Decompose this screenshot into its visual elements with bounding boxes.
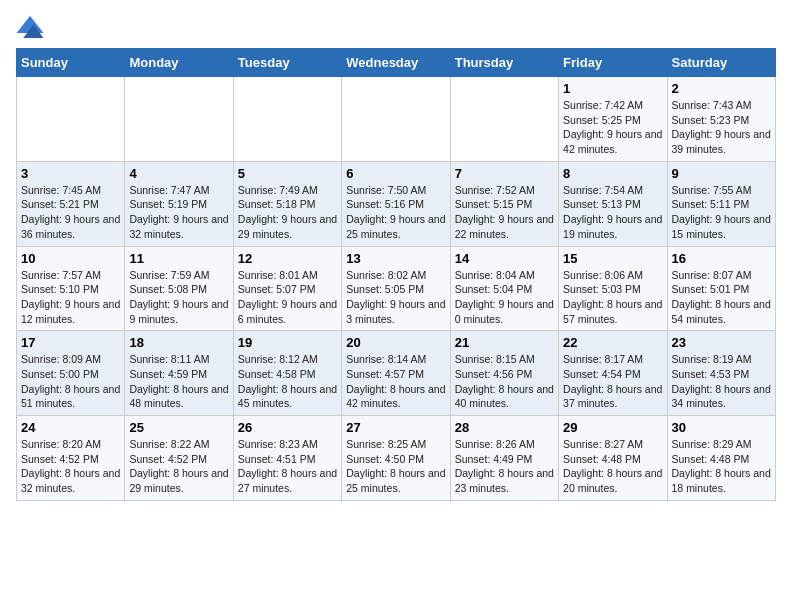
day-number: 19 <box>238 335 337 350</box>
day-number: 28 <box>455 420 554 435</box>
calendar-cell: 26Sunrise: 8:23 AM Sunset: 4:51 PM Dayli… <box>233 416 341 501</box>
day-number: 1 <box>563 81 662 96</box>
day-number: 12 <box>238 251 337 266</box>
day-info: Sunrise: 7:47 AM Sunset: 5:19 PM Dayligh… <box>129 183 228 242</box>
logo-icon <box>16 16 44 38</box>
calendar-cell: 6Sunrise: 7:50 AM Sunset: 5:16 PM Daylig… <box>342 161 450 246</box>
day-number: 23 <box>672 335 771 350</box>
calendar-cell: 30Sunrise: 8:29 AM Sunset: 4:48 PM Dayli… <box>667 416 775 501</box>
day-number: 17 <box>21 335 120 350</box>
day-info: Sunrise: 8:12 AM Sunset: 4:58 PM Dayligh… <box>238 352 337 411</box>
calendar-cell: 24Sunrise: 8:20 AM Sunset: 4:52 PM Dayli… <box>17 416 125 501</box>
day-info: Sunrise: 7:59 AM Sunset: 5:08 PM Dayligh… <box>129 268 228 327</box>
calendar-cell: 23Sunrise: 8:19 AM Sunset: 4:53 PM Dayli… <box>667 331 775 416</box>
calendar-table: SundayMondayTuesdayWednesdayThursdayFrid… <box>16 48 776 501</box>
day-number: 27 <box>346 420 445 435</box>
day-info: Sunrise: 8:02 AM Sunset: 5:05 PM Dayligh… <box>346 268 445 327</box>
calendar-cell: 20Sunrise: 8:14 AM Sunset: 4:57 PM Dayli… <box>342 331 450 416</box>
day-header-sunday: Sunday <box>17 49 125 77</box>
calendar-cell <box>125 77 233 162</box>
day-number: 10 <box>21 251 120 266</box>
calendar-cell: 22Sunrise: 8:17 AM Sunset: 4:54 PM Dayli… <box>559 331 667 416</box>
header <box>16 16 776 38</box>
day-number: 24 <box>21 420 120 435</box>
day-header-saturday: Saturday <box>667 49 775 77</box>
calendar-cell: 27Sunrise: 8:25 AM Sunset: 4:50 PM Dayli… <box>342 416 450 501</box>
calendar-cell: 18Sunrise: 8:11 AM Sunset: 4:59 PM Dayli… <box>125 331 233 416</box>
day-info: Sunrise: 8:17 AM Sunset: 4:54 PM Dayligh… <box>563 352 662 411</box>
day-info: Sunrise: 8:29 AM Sunset: 4:48 PM Dayligh… <box>672 437 771 496</box>
day-number: 25 <box>129 420 228 435</box>
day-number: 13 <box>346 251 445 266</box>
day-number: 22 <box>563 335 662 350</box>
day-number: 20 <box>346 335 445 350</box>
day-info: Sunrise: 8:14 AM Sunset: 4:57 PM Dayligh… <box>346 352 445 411</box>
day-info: Sunrise: 8:20 AM Sunset: 4:52 PM Dayligh… <box>21 437 120 496</box>
day-info: Sunrise: 7:43 AM Sunset: 5:23 PM Dayligh… <box>672 98 771 157</box>
calendar-cell: 29Sunrise: 8:27 AM Sunset: 4:48 PM Dayli… <box>559 416 667 501</box>
day-number: 11 <box>129 251 228 266</box>
day-number: 29 <box>563 420 662 435</box>
day-number: 21 <box>455 335 554 350</box>
day-info: Sunrise: 7:55 AM Sunset: 5:11 PM Dayligh… <box>672 183 771 242</box>
calendar-cell <box>17 77 125 162</box>
calendar-cell <box>342 77 450 162</box>
day-info: Sunrise: 8:04 AM Sunset: 5:04 PM Dayligh… <box>455 268 554 327</box>
logo <box>16 16 48 38</box>
day-header-wednesday: Wednesday <box>342 49 450 77</box>
calendar-cell: 25Sunrise: 8:22 AM Sunset: 4:52 PM Dayli… <box>125 416 233 501</box>
day-number: 18 <box>129 335 228 350</box>
day-info: Sunrise: 8:19 AM Sunset: 4:53 PM Dayligh… <box>672 352 771 411</box>
calendar-cell: 12Sunrise: 8:01 AM Sunset: 5:07 PM Dayli… <box>233 246 341 331</box>
day-header-thursday: Thursday <box>450 49 558 77</box>
calendar-cell: 15Sunrise: 8:06 AM Sunset: 5:03 PM Dayli… <box>559 246 667 331</box>
day-info: Sunrise: 8:07 AM Sunset: 5:01 PM Dayligh… <box>672 268 771 327</box>
day-number: 5 <box>238 166 337 181</box>
day-info: Sunrise: 7:52 AM Sunset: 5:15 PM Dayligh… <box>455 183 554 242</box>
day-info: Sunrise: 8:23 AM Sunset: 4:51 PM Dayligh… <box>238 437 337 496</box>
calendar-cell: 8Sunrise: 7:54 AM Sunset: 5:13 PM Daylig… <box>559 161 667 246</box>
day-info: Sunrise: 7:45 AM Sunset: 5:21 PM Dayligh… <box>21 183 120 242</box>
day-number: 6 <box>346 166 445 181</box>
calendar-cell: 16Sunrise: 8:07 AM Sunset: 5:01 PM Dayli… <box>667 246 775 331</box>
calendar-cell: 2Sunrise: 7:43 AM Sunset: 5:23 PM Daylig… <box>667 77 775 162</box>
calendar-cell: 28Sunrise: 8:26 AM Sunset: 4:49 PM Dayli… <box>450 416 558 501</box>
day-info: Sunrise: 8:11 AM Sunset: 4:59 PM Dayligh… <box>129 352 228 411</box>
day-number: 30 <box>672 420 771 435</box>
day-number: 7 <box>455 166 554 181</box>
day-info: Sunrise: 8:26 AM Sunset: 4:49 PM Dayligh… <box>455 437 554 496</box>
day-number: 16 <box>672 251 771 266</box>
calendar-cell <box>450 77 558 162</box>
day-info: Sunrise: 7:54 AM Sunset: 5:13 PM Dayligh… <box>563 183 662 242</box>
calendar-cell: 21Sunrise: 8:15 AM Sunset: 4:56 PM Dayli… <box>450 331 558 416</box>
calendar-cell: 14Sunrise: 8:04 AM Sunset: 5:04 PM Dayli… <box>450 246 558 331</box>
calendar-cell <box>233 77 341 162</box>
day-number: 2 <box>672 81 771 96</box>
day-info: Sunrise: 8:22 AM Sunset: 4:52 PM Dayligh… <box>129 437 228 496</box>
calendar-cell: 11Sunrise: 7:59 AM Sunset: 5:08 PM Dayli… <box>125 246 233 331</box>
day-info: Sunrise: 8:27 AM Sunset: 4:48 PM Dayligh… <box>563 437 662 496</box>
day-number: 14 <box>455 251 554 266</box>
day-number: 26 <box>238 420 337 435</box>
calendar-cell: 19Sunrise: 8:12 AM Sunset: 4:58 PM Dayli… <box>233 331 341 416</box>
calendar-cell: 5Sunrise: 7:49 AM Sunset: 5:18 PM Daylig… <box>233 161 341 246</box>
day-info: Sunrise: 7:50 AM Sunset: 5:16 PM Dayligh… <box>346 183 445 242</box>
day-header-monday: Monday <box>125 49 233 77</box>
day-info: Sunrise: 8:01 AM Sunset: 5:07 PM Dayligh… <box>238 268 337 327</box>
day-number: 3 <box>21 166 120 181</box>
calendar-cell: 4Sunrise: 7:47 AM Sunset: 5:19 PM Daylig… <box>125 161 233 246</box>
day-header-friday: Friday <box>559 49 667 77</box>
calendar-cell: 17Sunrise: 8:09 AM Sunset: 5:00 PM Dayli… <box>17 331 125 416</box>
day-number: 4 <box>129 166 228 181</box>
day-info: Sunrise: 8:09 AM Sunset: 5:00 PM Dayligh… <box>21 352 120 411</box>
calendar-cell: 10Sunrise: 7:57 AM Sunset: 5:10 PM Dayli… <box>17 246 125 331</box>
day-info: Sunrise: 8:06 AM Sunset: 5:03 PM Dayligh… <box>563 268 662 327</box>
day-info: Sunrise: 8:25 AM Sunset: 4:50 PM Dayligh… <box>346 437 445 496</box>
day-info: Sunrise: 7:42 AM Sunset: 5:25 PM Dayligh… <box>563 98 662 157</box>
calendar-cell: 1Sunrise: 7:42 AM Sunset: 5:25 PM Daylig… <box>559 77 667 162</box>
day-info: Sunrise: 7:57 AM Sunset: 5:10 PM Dayligh… <box>21 268 120 327</box>
day-number: 9 <box>672 166 771 181</box>
day-header-tuesday: Tuesday <box>233 49 341 77</box>
day-number: 15 <box>563 251 662 266</box>
calendar-cell: 9Sunrise: 7:55 AM Sunset: 5:11 PM Daylig… <box>667 161 775 246</box>
